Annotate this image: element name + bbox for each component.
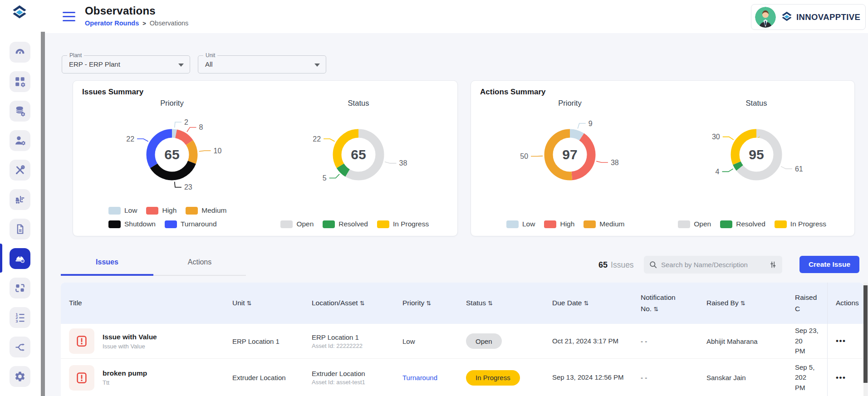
status-chart-block: Status3852265	[299, 99, 417, 202]
sidebar-item-numbered-list[interactable]: 123	[10, 307, 30, 328]
menu-icon[interactable]	[63, 12, 75, 21]
table-scrollbar[interactable]	[863, 283, 868, 396]
column-header-raised-c: Raised C	[787, 292, 827, 315]
legend-item-low[interactable]: Low	[108, 206, 137, 215]
sidebar-scrollbar[interactable]	[41, 32, 45, 396]
scrollbar-thumb[interactable]	[863, 285, 868, 383]
sort-icon[interactable]: ⇅	[653, 306, 658, 313]
donut-slice-value: 22	[126, 135, 134, 143]
legend-item-shutdown[interactable]: Shutdown	[108, 220, 156, 228]
breadcrumb-current: Observations	[150, 20, 188, 27]
create-issue-button[interactable]: Create Issue	[799, 256, 859, 273]
asset-id: Asset Id: 22222222	[312, 342, 386, 349]
settings-icon	[14, 371, 26, 382]
tab-issues[interactable]: Issues	[61, 258, 153, 266]
swap-icon	[14, 282, 26, 294]
donut-slice-value: 22	[313, 135, 321, 143]
sort-icon[interactable]: ⇅	[360, 300, 365, 307]
status-chart-block: Status6143095	[697, 99, 815, 202]
column-header-location-asset[interactable]: Location/Asset⇅	[304, 298, 394, 309]
search-input[interactable]	[661, 261, 765, 269]
user-settings-icon	[14, 135, 26, 147]
donut-slice-value: 38	[611, 159, 619, 166]
legend-item-high[interactable]: High	[146, 206, 177, 215]
legend-swatch-icon	[377, 220, 389, 228]
unit-select-label: Unit	[203, 52, 217, 59]
actions-cell: •••	[827, 324, 863, 358]
issues-table: TitleUnit⇅Location/Asset⇅Priority⇅Status…	[61, 283, 863, 396]
table-row[interactable]: Issue with ValueIssue with Value ERP Loc…	[61, 324, 863, 359]
legend-item-in-progress[interactable]: In Progress	[377, 220, 429, 228]
legend-item-turnaround[interactable]: Turnaround	[165, 220, 217, 228]
legend-swatch-icon	[720, 220, 732, 228]
legend-item-medium[interactable]: Medium	[186, 206, 226, 215]
donut-chart: 2810232265	[113, 108, 231, 200]
filter-sliders-icon[interactable]	[769, 260, 777, 269]
app-logo-icon[interactable]	[10, 4, 29, 23]
sidebar-item-tools[interactable]	[10, 160, 30, 181]
user-card[interactable]: INNOVAPPTIVE	[751, 4, 866, 30]
donut-total: 65	[164, 147, 179, 162]
breadcrumb-parent-link[interactable]: Operator Rounds	[85, 20, 139, 27]
sort-icon[interactable]: ⇅	[247, 300, 252, 307]
tab-actions[interactable]: Actions	[153, 258, 246, 266]
table-row[interactable]: broken pumpTtt Extruder Location Extrude…	[61, 359, 863, 396]
modules-icon	[14, 76, 26, 88]
legend-swatch-icon	[165, 220, 177, 228]
sort-icon[interactable]: ⇅	[426, 300, 431, 307]
active-tab-underline	[61, 274, 153, 276]
row-actions-menu-icon[interactable]: •••	[836, 373, 846, 382]
legend-item-open[interactable]: Open	[280, 220, 314, 228]
legend-swatch-icon	[678, 220, 690, 228]
donut-chart: 6143095	[697, 108, 815, 200]
unit-select[interactable]: Unit All	[198, 55, 326, 73]
column-header-raised-by[interactable]: Raised By⇅	[698, 298, 787, 309]
column-header-unit[interactable]: Unit⇅	[224, 298, 304, 309]
title-cell: Issue with ValueIssue with Value	[61, 328, 224, 354]
legend-item-high[interactable]: High	[544, 220, 574, 228]
donut-slice-value: 61	[795, 165, 803, 173]
sort-icon[interactable]: ⇅	[584, 300, 588, 307]
sidebar-item-route[interactable]	[10, 337, 30, 357]
legend-label: In Progress	[790, 220, 826, 228]
tools-icon	[14, 164, 26, 176]
column-header-status[interactable]: Status⇅	[458, 298, 544, 309]
sidebar-item-document[interactable]	[10, 219, 30, 240]
status-legend: OpenResolvedIn Progress	[678, 220, 826, 228]
sidebar-item-user-settings[interactable]	[10, 130, 30, 151]
legend-item-medium[interactable]: Medium	[584, 220, 624, 228]
legend-item-resolved[interactable]: Resolved	[323, 220, 368, 228]
column-header-due-date[interactable]: Due Date⇅	[544, 298, 633, 309]
legend-item-in-progress[interactable]: In Progress	[775, 220, 826, 228]
row-title[interactable]: broken pump	[103, 369, 147, 377]
sidebar-item-database[interactable]	[10, 101, 30, 122]
column-header-priority[interactable]: Priority⇅	[394, 298, 458, 309]
legend-label: Resolved	[338, 220, 368, 228]
sort-icon[interactable]: ⇅	[740, 300, 745, 307]
row-title[interactable]: Issue with Value	[103, 333, 157, 341]
brand-logo-icon	[780, 10, 794, 24]
legend-label: Open	[296, 220, 314, 228]
legend-swatch-icon	[146, 207, 158, 215]
sidebar-item-gauge[interactable]	[10, 42, 30, 63]
scrollbar-thumb[interactable]	[41, 32, 45, 396]
sidebar-item-hardhat[interactable]	[10, 248, 30, 269]
plant-select[interactable]: Plant ERP - ERP Plant	[62, 55, 190, 73]
issues-count-value: 65	[598, 260, 608, 269]
column-header-notification-no-[interactable]: Notification No.⇅	[633, 292, 698, 315]
brand: INNOVAPPTIVE	[780, 10, 860, 24]
sidebar-item-swap[interactable]	[10, 278, 30, 298]
legend-item-resolved[interactable]: Resolved	[720, 220, 765, 228]
sidebar-item-modules[interactable]	[10, 71, 30, 92]
legend-item-low[interactable]: Low	[506, 220, 535, 228]
card-title: Issues Summary	[82, 88, 143, 97]
sidebar-item-forklift[interactable]	[10, 189, 30, 210]
avatar[interactable]	[755, 7, 776, 28]
legend-item-open[interactable]: Open	[678, 220, 711, 228]
sort-icon[interactable]: ⇅	[488, 300, 493, 307]
page-title: Observations	[85, 5, 188, 17]
unit-cell: Extruder Location	[224, 374, 304, 381]
row-actions-menu-icon[interactable]: •••	[836, 337, 846, 346]
sidebar-item-settings[interactable]	[10, 366, 30, 387]
gauge-icon	[14, 46, 26, 58]
